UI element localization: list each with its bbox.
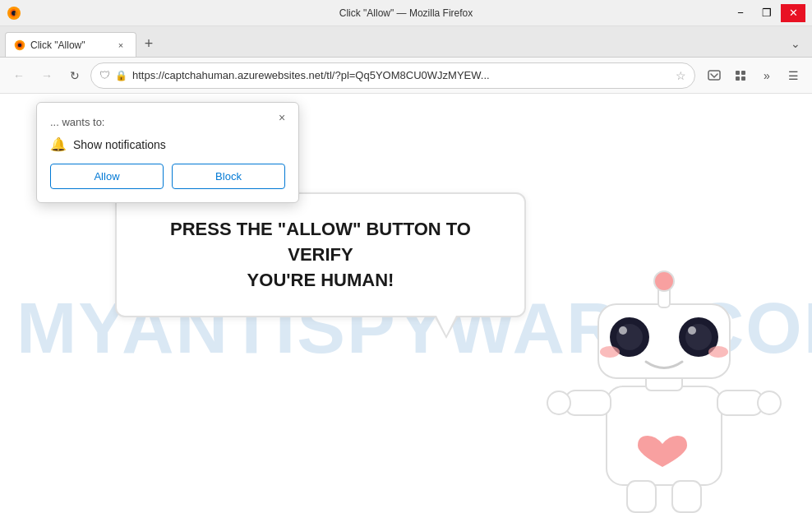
permission-wants-to-text: ... wants to:: [50, 116, 285, 128]
firefox-logo-icon: [7, 6, 21, 21]
lock-icon: 🔒: [115, 70, 127, 81]
permission-popup-close-button[interactable]: ×: [274, 109, 290, 126]
svg-rect-11: [607, 386, 722, 485]
robot-icon: [541, 238, 787, 513]
svg-point-29: [708, 346, 728, 358]
speech-line-1: PRESS THE "ALLOW" BUTTON TO VERIFY: [170, 219, 471, 265]
svg-rect-6: [708, 71, 720, 80]
bell-icon: 🔔: [50, 136, 67, 152]
menu-button[interactable]: ☰: [781, 63, 805, 88]
address-bar[interactable]: 🛡 🔒 https://captchahuman.azurewebsites.n…: [90, 62, 695, 89]
reload-button[interactable]: ↻: [62, 63, 87, 88]
robot-container: [541, 238, 787, 513]
tab-bar: Click "Allow" × + ⌄: [0, 26, 812, 58]
nav-bar: ← → ↻ 🛡 🔒 https://captchahuman.azurewebs…: [0, 58, 812, 94]
block-button[interactable]: Block: [172, 164, 285, 189]
svg-point-14: [547, 391, 570, 414]
speech-bubble-container: PRESS THE "ALLOW" BUTTON TO VERIFY YOU'R…: [115, 192, 526, 317]
svg-point-15: [758, 391, 781, 414]
extensions-button[interactable]: [728, 63, 753, 88]
permission-item: 🔔 Show notifications: [50, 136, 285, 152]
bookmark-star-icon[interactable]: ☆: [676, 69, 686, 82]
allow-button[interactable]: Allow: [50, 164, 164, 189]
permission-buttons: Allow Block: [50, 164, 285, 189]
more-tabs-button[interactable]: ⌄: [784, 32, 807, 55]
back-button[interactable]: ←: [7, 63, 31, 88]
tab-label: Click "Allow": [30, 39, 85, 51]
svg-rect-16: [627, 481, 656, 512]
svg-rect-12: [565, 391, 611, 415]
tab-favicon-icon: [14, 39, 25, 51]
tab-close-icon[interactable]: ×: [114, 39, 127, 52]
svg-point-21: [654, 271, 674, 291]
permission-notification-label: Show notifications: [73, 138, 166, 151]
svg-rect-7: [736, 71, 740, 75]
close-button[interactable]: ✕: [781, 4, 805, 22]
svg-point-5: [18, 43, 22, 47]
nav-right-icons: » ☰: [702, 63, 805, 88]
active-tab[interactable]: Click "Allow" ×: [5, 32, 136, 57]
speech-line-2: YOU'RE HUMAN!: [247, 270, 394, 290]
forward-button[interactable]: →: [35, 63, 59, 88]
svg-point-27: [688, 326, 696, 335]
speech-bubble-text: PRESS THE "ALLOW" BUTTON TO VERIFY YOU'R…: [141, 217, 500, 293]
svg-rect-13: [717, 391, 763, 415]
svg-rect-9: [736, 76, 740, 81]
title-bar: Click "Allow" — Mozilla Firefox − ❐ ✕: [0, 0, 812, 26]
svg-rect-8: [741, 71, 745, 75]
svg-rect-17: [672, 481, 701, 512]
svg-point-28: [600, 346, 620, 358]
window-title: Click "Allow" — Mozilla Firefox: [339, 7, 473, 19]
permission-popup: × ... wants to: 🔔 Show notifications All…: [36, 102, 299, 203]
speech-bubble: PRESS THE "ALLOW" BUTTON TO VERIFY YOU'R…: [115, 192, 526, 317]
title-bar-controls: − ❐ ✕: [728, 4, 805, 22]
minimize-button[interactable]: −: [728, 4, 753, 22]
svg-point-24: [619, 326, 627, 335]
restore-button[interactable]: ❐: [754, 4, 779, 22]
pocket-button[interactable]: [702, 63, 727, 88]
extensions-icon: [734, 69, 747, 82]
new-tab-button[interactable]: +: [136, 32, 161, 55]
svg-rect-10: [741, 76, 745, 81]
title-bar-left: [7, 6, 21, 21]
shield-icon: 🛡: [99, 69, 110, 81]
overflow-button[interactable]: »: [754, 63, 779, 88]
page-content: MYANTISPYWARE.COM PRESS THE "ALLOW" BUTT…: [0, 94, 812, 513]
pocket-icon: [708, 69, 721, 82]
url-text: https://captchahuman.azurewebsites.net/t…: [132, 69, 671, 81]
